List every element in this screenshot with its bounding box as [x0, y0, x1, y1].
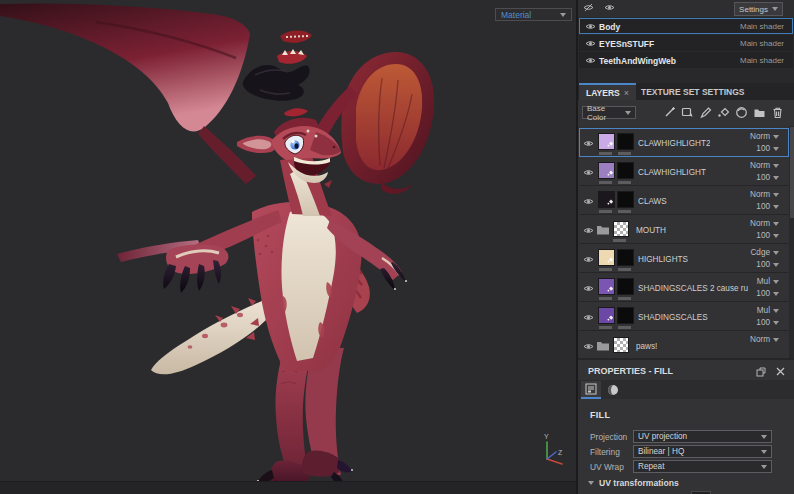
layer-mask-thumbnail[interactable] — [617, 191, 634, 208]
add-effect-wand-icon[interactable] — [663, 106, 676, 119]
visibility-eye-icon[interactable] — [585, 22, 596, 33]
texture-set-row-teethandwingweb[interactable]: TeethAndWingWeb Main shader — [579, 52, 793, 68]
visibility-eye-icon[interactable] — [583, 139, 594, 150]
layer-row-mouth[interactable]: MOUTH Norm 100 — [579, 215, 789, 244]
chevron-down-icon — [761, 435, 767, 439]
layer-fill-thumbnail[interactable] — [598, 162, 615, 179]
visibility-eye-icon[interactable] — [583, 197, 594, 208]
layer-mask-thumbnail[interactable] — [617, 133, 634, 150]
visibility-eye-icon[interactable] — [583, 255, 594, 266]
add-smart-material-icon[interactable] — [681, 106, 694, 119]
tab-layers[interactable]: LAYERS × — [579, 83, 636, 100]
layer-row-claws[interactable]: CLAWS Norm 100 — [579, 186, 789, 215]
layer-fill-thumbnail[interactable] — [598, 249, 615, 266]
layer-mask-thumbnail[interactable] — [617, 278, 634, 295]
filtering-dropdown[interactable]: Bilinear | HQ — [633, 445, 772, 458]
layer-row-shadingscales[interactable]: SHADINGSCALES Mul 100 — [579, 302, 789, 331]
layer-name: MOUTH — [636, 226, 666, 235]
chevron-down-icon — [625, 111, 631, 115]
layer-mask-thumbnail[interactable] — [617, 307, 634, 324]
blend-mode-dropdown[interactable]: Cdge — [750, 248, 779, 257]
tab-material-sphere[interactable] — [603, 381, 623, 399]
opacity-dropdown[interactable]: 100 — [756, 289, 779, 298]
visibility-filter-icon[interactable] — [583, 3, 594, 14]
texture-set-name: TeethAndWingWeb — [599, 56, 676, 66]
opacity-dropdown[interactable]: 100 — [756, 202, 779, 211]
layer-name: SHADINGSCALES 2 cause running ... — [638, 284, 748, 293]
channel-selector-dropdown[interactable]: Base Color — [582, 106, 636, 119]
group-folder-icon[interactable] — [753, 106, 766, 119]
layer-mask-thumbnail[interactable] — [617, 162, 634, 179]
visibility-eye-icon[interactable] — [604, 3, 615, 14]
texture-set-shader: Main shader — [740, 22, 784, 31]
texture-set-shader: Main shader — [740, 56, 784, 65]
blend-mode-dropdown[interactable]: Norm — [750, 335, 779, 344]
visibility-eye-icon[interactable] — [585, 39, 596, 50]
blend-mode-dropdown[interactable]: Norm — [750, 161, 779, 170]
fill-section-title: FILL — [590, 410, 610, 420]
properties-tab-bar — [578, 380, 794, 399]
shading-mode-value: Material — [501, 10, 531, 20]
field-label: Projection — [590, 432, 627, 442]
layer-mask-thumbnail[interactable] — [617, 249, 634, 266]
projection-dropdown[interactable]: UV projection — [633, 430, 772, 443]
chevron-down-icon — [761, 465, 767, 469]
fill-bucket-icon — [607, 168, 614, 178]
opacity-dropdown[interactable]: 100 — [756, 231, 779, 240]
close-icon[interactable] — [776, 367, 785, 378]
blend-mode-dropdown[interactable]: Norm — [750, 190, 779, 199]
layer-row-highlights[interactable]: HIGHLIGHTS Cdge 100 — [579, 244, 789, 273]
texture-set-row-eyesnstuff[interactable]: EYESnSTUFF Main shader — [579, 35, 793, 51]
dragon-model — [0, 3, 434, 491]
tab-texture-set-settings[interactable]: TEXTURE SET SETTINGS — [634, 83, 751, 100]
3d-viewport[interactable]: Y Z Material — [0, 0, 578, 494]
opacity-dropdown[interactable]: 100 — [756, 144, 779, 153]
opacity-dropdown[interactable]: 100 — [756, 260, 779, 269]
blend-mode-dropdown[interactable]: Norm — [750, 132, 779, 141]
visibility-eye-icon[interactable] — [583, 284, 594, 295]
opacity-dropdown[interactable]: 100 — [756, 173, 779, 182]
layer-fill-thumbnail[interactable] — [598, 191, 615, 208]
layer-fill-thumbnail[interactable] — [598, 133, 615, 150]
visibility-eye-icon[interactable] — [583, 168, 594, 179]
visibility-eye-icon[interactable] — [583, 313, 594, 324]
fill-bucket-icon — [607, 313, 614, 323]
layer-row-paws[interactable]: paws! Norm — [579, 331, 789, 358]
folder-content-thumbnail[interactable] — [613, 337, 629, 353]
layer-row-clawhighlight2[interactable]: CLAWHIGHLIGHT2 Norm 100 — [579, 128, 789, 157]
uv-transformations-section-header[interactable]: UV transformations — [588, 478, 679, 488]
paint-layer-brush-icon[interactable] — [699, 106, 712, 119]
scrollbar-thumb[interactable] — [790, 127, 794, 218]
uv-wrap-dropdown[interactable]: Repeat — [633, 460, 772, 473]
fill-layer-bucket-icon[interactable] — [717, 106, 730, 119]
layer-fill-thumbnail[interactable] — [598, 307, 615, 324]
layer-row-shadingscales-2[interactable]: SHADINGSCALES 2 cause running ... Mul 10… — [579, 273, 789, 302]
visibility-eye-icon[interactable] — [585, 56, 596, 67]
layer-name: paws! — [636, 342, 657, 351]
close-tab-icon[interactable]: × — [624, 88, 629, 98]
blend-mode-dropdown[interactable]: Mul — [757, 277, 779, 286]
layer-fill-thumbnail[interactable] — [598, 278, 615, 295]
smart-mask-sphere-icon[interactable] — [735, 106, 748, 119]
tab-fill-parameters[interactable] — [581, 381, 601, 399]
opacity-dropdown[interactable]: 100 — [756, 318, 779, 327]
folder-content-thumbnail[interactable] — [613, 221, 629, 237]
layers-scrollbar[interactable] — [789, 126, 794, 358]
viewport-bottom-strip — [0, 481, 576, 494]
layer-row-clawhighlight[interactable]: CLAWHIGHLIGHT Norm 100 — [579, 157, 789, 186]
texture-set-settings-button[interactable]: Settings — [734, 2, 783, 16]
visibility-eye-icon[interactable] — [583, 342, 594, 353]
visibility-eye-icon[interactable] — [583, 226, 594, 237]
blend-mode-dropdown[interactable]: Mul — [757, 306, 779, 315]
layers-list: CLAWHIGHLIGHT2 Norm 100 CLAWHIGHLIGHT No… — [578, 126, 794, 358]
detach-panel-icon[interactable] — [756, 367, 766, 379]
blend-mode-dropdown[interactable]: Norm — [750, 219, 779, 228]
folder-icon — [596, 340, 610, 353]
fill-bucket-icon — [607, 284, 614, 294]
texture-set-row-body[interactable]: Body Main shader — [579, 18, 793, 34]
layers-toolbar: Base Color — [578, 100, 794, 126]
gizmo-z-label: Z — [558, 449, 563, 456]
shading-mode-dropdown[interactable]: Material — [495, 8, 572, 21]
delete-trash-icon[interactable] — [771, 106, 784, 119]
material-sphere-icon — [607, 384, 619, 396]
